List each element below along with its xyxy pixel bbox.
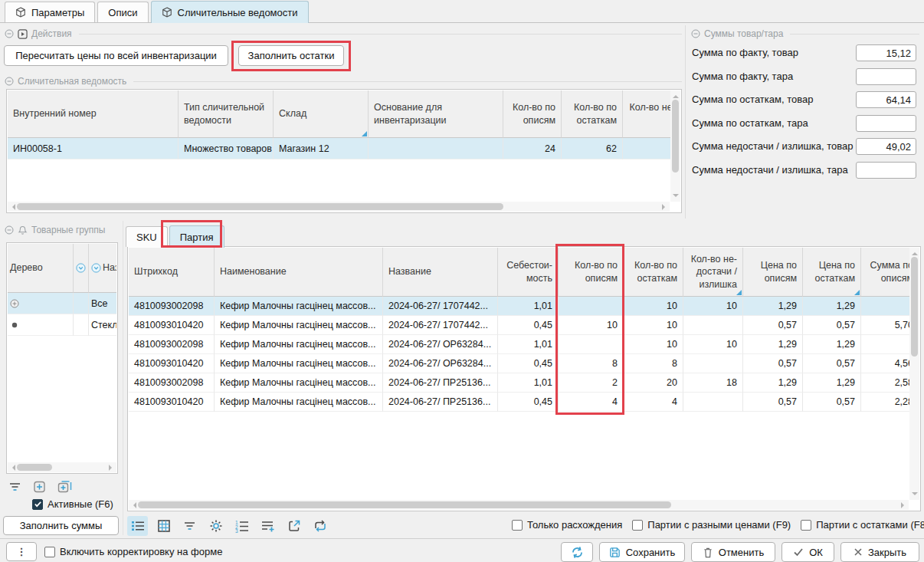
scroll-thumb[interactable] [138, 501, 671, 508]
tree-row[interactable]: Все [8, 293, 116, 314]
detail-column-header[interactable]: Кол-во по остаткам [624, 248, 683, 297]
statement-row[interactable]: ИН00058-1Множество товаровМагазин 122462… [8, 138, 670, 159]
scroll-up-icon[interactable] [673, 92, 679, 98]
collapse-icon[interactable] [5, 29, 14, 38]
sum-field-input[interactable]: 49,02 [856, 138, 916, 155]
scroll-thumb[interactable] [17, 203, 503, 210]
sum-field-input[interactable] [856, 115, 916, 132]
detail-column-header[interactable]: Кол-во не-достачи / излишка [683, 248, 743, 297]
main-tab-0[interactable]: Параметры [5, 2, 95, 22]
sum-field-input[interactable] [856, 162, 916, 179]
refresh-button[interactable] [561, 542, 593, 562]
sum-field-input[interactable]: 64,14 [856, 91, 916, 108]
tree-hscrollbar[interactable] [8, 462, 116, 472]
collapse-icon[interactable] [5, 225, 14, 235]
detail-column-header[interactable]: Название [383, 248, 498, 297]
expand-node-icon[interactable] [32, 480, 47, 494]
detail-row[interactable]: 4810093010420Кефир Малочны гасцінец масс… [129, 393, 909, 412]
ok-button[interactable]: ОК [781, 542, 834, 562]
save-button[interactable]: Сохранить [599, 542, 685, 562]
checkbox[interactable] [44, 547, 55, 557]
listview-toolbar-button[interactable] [127, 516, 148, 536]
sum-field-input[interactable] [856, 68, 916, 85]
gear-toolbar-button[interactable] [205, 516, 226, 536]
fill-remainders-button[interactable]: Заполнить остатки [238, 45, 344, 66]
tree-column-tree[interactable]: Дерево [8, 244, 74, 293]
detail-row[interactable]: 4810093010420Кефир Малочны гасцінец масс… [129, 316, 909, 335]
filter-toolbar-button[interactable] [179, 516, 200, 536]
scroll-thumb[interactable] [17, 464, 52, 471]
checkbox[interactable] [512, 520, 523, 531]
scroll-down-icon[interactable] [673, 194, 679, 200]
detail-row[interactable]: 4810093002098Кефир Малочны гасцінец масс… [129, 335, 909, 354]
listadd-toolbar-button[interactable] [257, 516, 278, 536]
adjust-on-form-checkbox[interactable]: Включить корректировку на форме [44, 546, 222, 557]
checkbox[interactable] [801, 520, 811, 531]
detail-column-header[interactable]: Себестои-мость [498, 248, 559, 297]
play-icon[interactable] [18, 29, 28, 39]
sum-field-input[interactable]: 15,12 [856, 44, 916, 61]
scroll-right-icon[interactable] [662, 204, 668, 210]
numlist-toolbar-button[interactable]: 123 [231, 516, 252, 536]
statement-column-header[interactable]: Внутренний номер [8, 90, 179, 138]
detail-column-header[interactable]: Штрихкод [129, 248, 215, 297]
detail-tab-0[interactable]: SKU [126, 226, 168, 247]
detail-filter-checkbox-0[interactable]: Только расхождения [512, 519, 622, 531]
detail-filter-checkbox-1[interactable]: Партии с разными ценами (F9) [632, 519, 791, 531]
splitter[interactable] [123, 221, 123, 535]
tree-cell-toggle[interactable] [8, 314, 74, 336]
statement-column-header[interactable]: Склад [274, 90, 369, 138]
checkbox[interactable] [32, 499, 43, 510]
statement-column-header[interactable]: Кол-во не-достачи / излишка [623, 90, 670, 138]
group-title: Действия [31, 28, 72, 39]
gridview-toolbar-button[interactable] [153, 516, 174, 536]
statement-hscrollbar[interactable] [8, 202, 670, 212]
detail-row[interactable]: 4810093010420Кефир Малочны гасцінец масс… [129, 354, 909, 373]
statement-vscrollbar[interactable] [670, 90, 680, 202]
loop-toolbar-button[interactable] [310, 516, 330, 536]
tree-cell-toggle[interactable] [8, 293, 74, 314]
external-toolbar-button[interactable] [283, 516, 304, 536]
detail-column-header[interactable]: Наименование [215, 248, 383, 297]
tree-row[interactable]: Стекло [8, 314, 116, 336]
detail-hscrollbar[interactable] [129, 500, 909, 510]
detail-column-header[interactable]: Сумма по описям [861, 248, 909, 297]
detail-vscrollbar[interactable] [909, 248, 919, 500]
statement-column-header[interactable]: Кол-во по описям [503, 90, 562, 138]
scroll-left-icon[interactable] [130, 502, 136, 508]
detail-row[interactable]: 4810093002098Кефир Малочны гасцінец масс… [129, 373, 909, 393]
statement-column-header[interactable]: Кол-во по остаткам [562, 90, 623, 138]
scroll-left-icon[interactable] [9, 465, 15, 471]
cancel-button[interactable]: Отменить [691, 542, 775, 562]
collapse-icon[interactable] [5, 77, 14, 86]
active-groups-checkbox[interactable]: Активные (F6) [32, 498, 113, 510]
recalc-prices-button[interactable]: Пересчитать цены по всей инвентаризации [4, 45, 228, 66]
scroll-thumb[interactable] [911, 257, 918, 357]
scroll-left-icon[interactable] [9, 204, 15, 210]
filter-icon[interactable] [8, 480, 22, 494]
scroll-right-icon[interactable] [109, 465, 115, 471]
statement-column-header[interactable]: Тип сличительной ведомости [179, 90, 274, 138]
detail-column-header[interactable]: Кол-во по описям [559, 248, 624, 297]
tree-column-name[interactable]: Название [89, 244, 116, 293]
detail-row[interactable]: 4810093002098Кефир Малочны гасцінец масс… [129, 297, 909, 316]
bell-icon[interactable] [18, 225, 28, 235]
expand-all-icon[interactable] [57, 480, 73, 494]
scroll-up-icon[interactable] [912, 249, 918, 255]
detail-column-header[interactable]: Цена по остаткам [803, 248, 861, 297]
main-tab-2[interactable]: Сличительные ведомости [151, 1, 309, 23]
fill-sums-button[interactable]: Заполнить суммы [3, 516, 119, 535]
tree-column-sort[interactable] [74, 244, 89, 293]
detail-tab-1[interactable]: Партия [169, 225, 224, 248]
detail-filter-checkbox-2[interactable]: Партии с остатками (F8) [801, 519, 924, 531]
scroll-right-icon[interactable] [901, 502, 907, 508]
close-button[interactable]: Закрыть [840, 542, 919, 562]
scroll-down-icon[interactable] [912, 492, 918, 498]
checkbox[interactable] [632, 520, 643, 531]
statement-column-header[interactable]: Основание для инвентаризации [369, 90, 503, 138]
detail-column-header[interactable]: Цена по описям [743, 248, 803, 297]
menu-button[interactable]: ⋮ [6, 542, 37, 561]
main-tab-1[interactable]: Описи [97, 2, 148, 22]
splitter[interactable] [685, 25, 686, 219]
scroll-thumb[interactable] [672, 100, 679, 173]
